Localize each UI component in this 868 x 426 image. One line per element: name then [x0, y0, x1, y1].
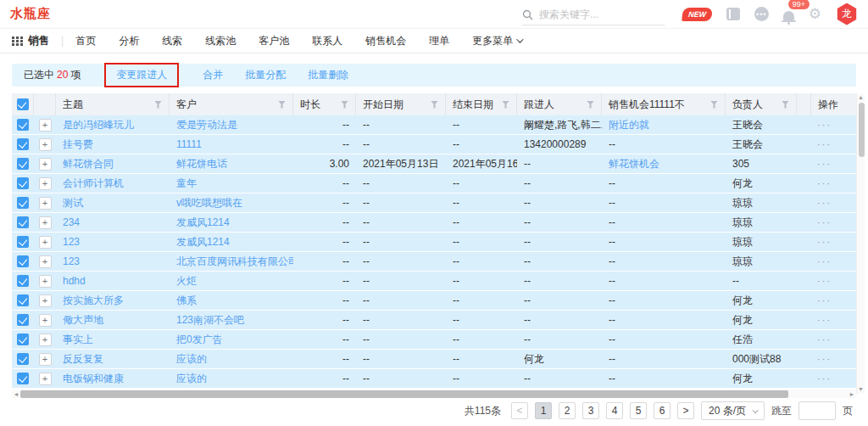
row-actions-icon[interactable]: ···	[817, 315, 832, 325]
cell-value-link[interactable]: 发威风1214	[176, 235, 230, 249]
user-avatar[interactable]: 龙	[836, 3, 858, 25]
cell-value-link[interactable]: 123	[63, 236, 80, 248]
select-all-checkbox[interactable]	[17, 98, 29, 110]
nav-tab-首页[interactable]: 首页	[75, 34, 96, 48]
cell-value-link[interactable]: 反反复复	[63, 352, 103, 367]
notification-bell-icon[interactable]: 99+	[783, 8, 794, 20]
cell-value-link[interactable]: 附近的就	[609, 118, 649, 132]
horizontal-scrollbar-thumb[interactable]	[20, 390, 788, 398]
expand-plus-icon[interactable]: +	[39, 353, 52, 366]
row-checkbox[interactable]	[17, 138, 29, 150]
row-actions-icon[interactable]: ···	[817, 217, 832, 227]
cell-value-link[interactable]: 应该的	[176, 372, 207, 386]
jump-to-page-input[interactable]	[798, 401, 836, 420]
expand-plus-icon[interactable]: +	[39, 275, 52, 288]
cell-value-link[interactable]: 鲜花饼电话	[176, 157, 227, 171]
filter-funnel-icon[interactable]	[154, 101, 162, 109]
module-name[interactable]: 销售	[28, 34, 49, 48]
expand-plus-icon[interactable]: +	[39, 197, 52, 210]
nav-tab-理单[interactable]: 理单	[429, 34, 449, 48]
cell-value-link[interactable]: 佛系	[176, 294, 197, 308]
row-actions-icon[interactable]: ···	[817, 256, 832, 266]
row-checkbox[interactable]	[17, 373, 29, 384]
row-actions-icon[interactable]: ···	[817, 354, 832, 364]
row-checkbox[interactable]	[17, 353, 29, 365]
prev-page-button[interactable]: <	[511, 402, 528, 419]
expand-plus-icon[interactable]: +	[39, 119, 52, 132]
notebook-icon[interactable]	[726, 8, 740, 20]
cell-value-link[interactable]: 电饭锅和健康	[63, 372, 124, 386]
change-follower-button[interactable]: 变更跟进人	[116, 69, 167, 81]
filter-funnel-icon[interactable]	[587, 101, 594, 109]
row-actions-icon[interactable]: ···	[817, 198, 832, 208]
row-checkbox[interactable]	[17, 119, 29, 131]
cell-value-link[interactable]: 测试	[63, 196, 83, 210]
page-button-6[interactable]: 6	[654, 402, 670, 419]
row-checkbox[interactable]	[17, 255, 29, 267]
filter-funnel-icon[interactable]	[710, 101, 718, 109]
bulk-delete-button[interactable]: 批量删除	[308, 68, 348, 82]
scroll-up-icon[interactable]: ▲	[857, 93, 865, 102]
cell-value-link[interactable]: 北京百度网讯科技有限公司	[176, 255, 293, 269]
cell-value-link[interactable]: 爱是劳动法是	[176, 118, 237, 132]
cell-value-link[interactable]: 会计师计算机	[63, 177, 124, 191]
row-checkbox[interactable]	[17, 216, 29, 228]
page-size-select[interactable]: 20 条/页	[701, 401, 765, 420]
nav-tab-客户池[interactable]: 客户池	[259, 34, 289, 48]
cell-value-link[interactable]: 11111	[176, 138, 202, 150]
cell-value-link[interactable]: 童年	[176, 177, 197, 191]
row-actions-icon[interactable]: ···	[817, 295, 832, 305]
page-button-2[interactable]: 2	[559, 402, 576, 419]
expand-plus-icon[interactable]: +	[39, 177, 52, 190]
page-button-5[interactable]: 5	[630, 402, 647, 419]
filter-funnel-icon[interactable]	[278, 101, 286, 109]
filter-funnel-icon[interactable]	[502, 101, 509, 109]
global-search[interactable]: 搜索关键字...	[522, 5, 665, 25]
row-actions-icon[interactable]: ···	[817, 237, 832, 247]
horizontal-scrollbar[interactable]: ◄ ►	[12, 390, 856, 398]
cell-value-link[interactable]: 事实上	[63, 333, 93, 347]
nav-tab-线索池[interactable]: 线索池	[205, 34, 236, 48]
cell-value-link[interactable]: 火炬	[176, 274, 197, 289]
merge-button[interactable]: 合并	[203, 68, 223, 82]
row-actions-icon[interactable]: ···	[817, 334, 832, 345]
scroll-right-icon[interactable]: ►	[848, 391, 856, 397]
settings-gear-icon[interactable]: ⚙	[809, 7, 821, 21]
page-button-3[interactable]: 3	[582, 402, 599, 419]
vertical-scrollbar-thumb[interactable]	[859, 103, 865, 157]
vertical-scrollbar[interactable]: ▲ ▼	[856, 93, 865, 394]
scroll-left-icon[interactable]: ◄	[12, 391, 20, 397]
cell-value-link[interactable]: 按实施大所多	[63, 294, 124, 308]
cell-value-link[interactable]: 鲜花饼机会	[609, 157, 659, 171]
cell-value-link[interactable]: 鲜花饼合同	[63, 157, 114, 171]
expand-plus-icon[interactable]: +	[39, 373, 52, 385]
nav-tab-销售机会[interactable]: 销售机会	[365, 34, 406, 48]
row-checkbox[interactable]	[17, 177, 29, 189]
cell-value-link[interactable]: 儆大声地	[63, 313, 103, 328]
expand-plus-icon[interactable]: +	[39, 334, 52, 346]
scroll-down-icon[interactable]: ▼	[857, 385, 865, 394]
page-button-4[interactable]: 4	[606, 402, 623, 419]
cell-value-link[interactable]: 234	[63, 216, 80, 228]
message-icon[interactable]: •••	[754, 7, 769, 21]
expand-plus-icon[interactable]: +	[39, 138, 52, 151]
row-checkbox[interactable]	[17, 334, 29, 345]
nav-tab-分析[interactable]: 分析	[119, 34, 139, 48]
row-actions-icon[interactable]: ···	[817, 178, 832, 188]
expand-plus-icon[interactable]: +	[39, 294, 52, 307]
row-checkbox[interactable]	[17, 294, 29, 306]
filter-funnel-icon[interactable]	[431, 101, 438, 109]
row-actions-icon[interactable]: ···	[817, 120, 832, 130]
cell-value-link[interactable]: 应该的	[176, 352, 207, 367]
row-actions-icon[interactable]: ···	[817, 276, 832, 286]
cell-value-link[interactable]: 123南湖不会吧	[176, 313, 244, 328]
row-actions-icon[interactable]: ···	[817, 139, 832, 149]
cell-value-link[interactable]: 挂号费	[63, 137, 93, 152]
cell-value-link[interactable]: 把0发广告	[176, 333, 223, 347]
filter-funnel-icon[interactable]	[341, 101, 348, 109]
row-actions-icon[interactable]: ···	[817, 159, 832, 169]
row-checkbox[interactable]	[17, 158, 29, 170]
expand-plus-icon[interactable]: +	[39, 255, 52, 268]
row-checkbox[interactable]	[17, 275, 29, 287]
cell-value-link[interactable]: 发威风1214	[176, 216, 230, 230]
